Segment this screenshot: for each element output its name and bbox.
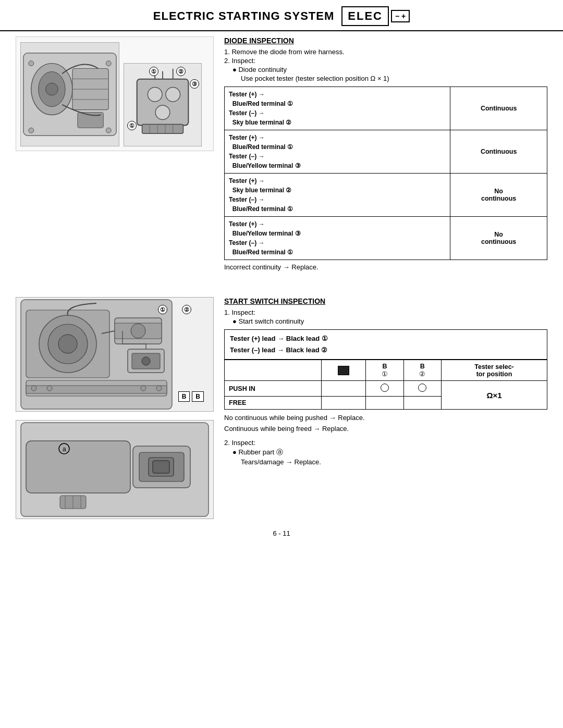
svg-point-16 <box>155 105 170 120</box>
top-section: ① ② ③ ① DIODE INSPECTION Remove the diod… <box>16 36 547 271</box>
switch-push-in-row: PUSH IN Ω×1 <box>225 381 547 397</box>
svg-point-35 <box>142 357 150 365</box>
note-no-continuous: No continuous while being pushed → Repla… <box>224 414 365 422</box>
note-continuous-freed: Continuous while being freed → Replace. <box>224 425 349 433</box>
result-2: Continuous <box>450 130 547 174</box>
terminal-2-label: ② <box>176 67 186 76</box>
terminal-bottom-label: ① <box>127 121 137 130</box>
incorrect-note: Incorrect continuity → Replace. <box>224 263 547 271</box>
svg-point-41 <box>156 386 162 391</box>
ss-bullet-2: Rubber part ⓐ <box>224 448 547 457</box>
svg-point-15 <box>166 87 180 102</box>
sub-note: Use pocket tester (tester selection posi… <box>224 75 547 82</box>
bottom-section: ① ② B B <box>16 297 547 519</box>
result-4: Nocontinuous <box>450 217 547 260</box>
page-content: ① ② ③ ① DIODE INSPECTION Remove the diod… <box>0 31 563 548</box>
svg-rect-43 <box>26 441 130 493</box>
switch-table: B① B② Tester selec-tor position PUSH IN … <box>224 360 547 410</box>
elec-label: ELEC <box>341 6 389 26</box>
diode-section-title: DIODE INSPECTION <box>224 36 547 45</box>
result-1: Continuous <box>450 87 547 130</box>
battery-symbol: − + <box>391 10 410 22</box>
ss-step-1: Inspect: <box>224 309 547 316</box>
svg-point-12 <box>106 128 111 133</box>
svg-point-8 <box>45 83 58 95</box>
svg-point-9 <box>29 61 34 66</box>
diode-diagram-right: ① ② ③ ① <box>124 63 202 146</box>
start-switch-diagram: a <box>16 420 214 519</box>
svg-point-29 <box>58 335 77 353</box>
svg-point-38 <box>31 386 36 391</box>
step-1: Remove the diode from wire harness. <box>224 48 547 56</box>
engine-diagram-left <box>20 42 119 146</box>
switch-table-header: B① B② Tester selec-tor position <box>225 360 547 381</box>
switch-notes: No continuous while being pushed → Repla… <box>224 413 547 435</box>
table-row: Tester (+) → Blue/Red terminal ① Tester … <box>225 87 547 130</box>
diode-panel: DIODE INSPECTION Remove the diode from w… <box>224 36 547 271</box>
sw-num-1: ① <box>158 305 167 314</box>
start-switch-panel: START SWITCH INSPECTION Inspect: Start s… <box>224 297 547 519</box>
page-header: ELECTRIC STARTING SYSTEM ELEC − + <box>0 0 563 31</box>
svg-point-39 <box>47 386 52 391</box>
col-b1: B① <box>366 360 403 381</box>
result-3: Nocontinuous <box>450 174 547 217</box>
table-row: Tester (+) → Sky blue terminal ② Tester … <box>225 174 547 217</box>
svg-point-32 <box>131 324 145 338</box>
diagrams-col: ① ② B B <box>16 297 214 519</box>
elec-badge: ELEC − + <box>341 6 410 26</box>
diode-table: Tester (+) → Blue/Red terminal ① Tester … <box>224 87 547 260</box>
svg-rect-47 <box>153 461 169 473</box>
tester-leads-box: Tester (+) lead → Black lead ① Tester (–… <box>224 329 547 360</box>
push-in-label: PUSH IN <box>225 381 322 397</box>
svg-text:a: a <box>63 446 66 453</box>
page-title: ELECTRIC STARTING SYSTEM <box>153 9 335 23</box>
free-b1 <box>366 397 403 410</box>
ss-sub-note-2: Tears/damage → Replace. <box>224 458 547 466</box>
page-number: 6 - 11 <box>16 529 547 537</box>
omega-value: Ω×1 <box>442 381 547 410</box>
starter-motor-diagram: ① ② B B <box>16 297 214 412</box>
diode-diagram-area: ① ② ③ ① <box>16 36 214 151</box>
tester-lead-plus: Tester (+) lead → Black lead ① <box>230 335 328 342</box>
terminal-3-label: ③ <box>190 79 199 89</box>
step-2: Inspect: <box>224 57 547 65</box>
push-in-b2 <box>403 381 441 397</box>
free-label: FREE <box>225 397 322 410</box>
svg-point-14 <box>148 87 162 102</box>
start-switch-title: START SWITCH INSPECTION <box>224 297 547 305</box>
bullet-diode-continuity: Diode continuity <box>224 66 547 73</box>
svg-point-10 <box>106 61 111 66</box>
tester-lead-minus: Tester (–) lead → Black lead ② <box>230 346 327 354</box>
ss-step-2: Inspect: <box>224 439 547 447</box>
table-row: Tester (+) → Blue/Yellow terminal ③ Test… <box>225 217 547 260</box>
svg-point-40 <box>141 386 146 391</box>
svg-rect-17 <box>142 124 183 133</box>
free-b2 <box>403 397 441 410</box>
bb-labels: B B <box>178 391 204 402</box>
table-row: Tester (+) → Blue/Red terminal ① Tester … <box>225 130 547 174</box>
svg-point-11 <box>29 128 34 133</box>
col-b2: B② <box>403 360 441 381</box>
ss-bullet: Start switch continuity <box>224 317 547 325</box>
tester-icon <box>338 366 349 375</box>
sw-num-2: ② <box>182 305 191 314</box>
col-selector: Tester selec-tor position <box>442 360 547 381</box>
push-in-b1 <box>366 381 403 397</box>
terminal-1-label: ① <box>149 67 158 76</box>
